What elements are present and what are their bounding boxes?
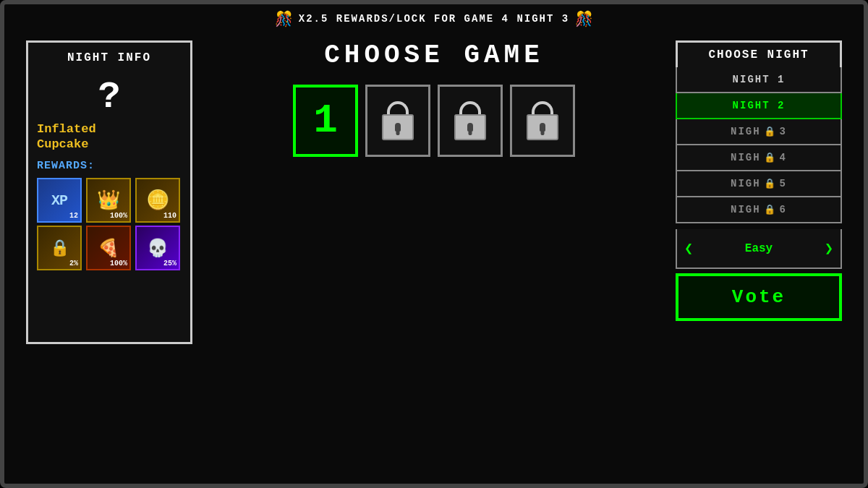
- night-info-panel: NIGHT INFO ? Inflated Cupcake REWARDS: X…: [26, 40, 192, 344]
- night-6-lock-icon: 🔒: [764, 204, 777, 215]
- night-2-label: NIGHT 2: [733, 100, 786, 111]
- difficulty-right-arrow[interactable]: ❯: [825, 239, 833, 257]
- coin-icon: 🪙: [146, 189, 169, 212]
- confetti-left-icon: 🎊: [275, 10, 293, 28]
- skull-icon: 💀: [147, 238, 169, 259]
- difficulty-left-arrow[interactable]: ❮: [684, 239, 693, 257]
- difficulty-row: ❮ Easy ❯: [676, 229, 842, 269]
- reward-pizza: 🍕 100%: [86, 226, 131, 270]
- game-card-4-lock: [527, 101, 558, 140]
- pizza-icon: 🍕: [98, 238, 119, 259]
- night-1-button[interactable]: NIGHT 1: [676, 67, 842, 93]
- night-4-num: 4: [780, 152, 787, 163]
- night-info-title: NIGHT INFO: [37, 51, 182, 64]
- choose-night-panel: CHOOSE NIGHT NIGHT 1 NIGHT 2 NIGH 🔒 3 NI…: [676, 40, 842, 321]
- center-panel: CHOOSE GAME 1: [207, 40, 661, 157]
- choose-game-title: CHOOSE GAME: [324, 40, 544, 70]
- night-3-button[interactable]: NIGH 🔒 3: [676, 119, 842, 145]
- night-3-num: 3: [780, 126, 787, 137]
- choose-night-title: CHOOSE NIGHT: [676, 40, 842, 67]
- reward-skull: 💀 25%: [135, 226, 180, 270]
- night-6-text: NIGH: [731, 204, 761, 215]
- character-question-mark: ?: [98, 76, 120, 119]
- top-banner-text: X2.5 REWARDS/LOCK FOR GAME 4 NIGHT 3: [299, 13, 569, 25]
- character-name: Inflated: [37, 122, 182, 136]
- night-4-lock-icon: 🔒: [764, 152, 777, 163]
- difficulty-text: Easy: [745, 242, 773, 255]
- main-frame: 🎊 X2.5 REWARDS/LOCK FOR GAME 4 NIGHT 3 🎊…: [0, 0, 868, 488]
- top-banner: 🎊 X2.5 REWARDS/LOCK FOR GAME 4 NIGHT 3 🎊: [4, 4, 864, 33]
- game-card-1-number: 1: [313, 98, 338, 144]
- rewards-grid: XP 12 👑 100% 🪙 110: [37, 178, 182, 270]
- reward-coin: 🪙 110: [135, 178, 180, 223]
- vote-button[interactable]: Vote: [676, 273, 842, 321]
- night-3-text: NIGH: [731, 126, 761, 137]
- game-card-4[interactable]: [510, 85, 575, 157]
- pizza-value: 100%: [110, 260, 127, 267]
- game-card-2-lock: [382, 101, 414, 140]
- game-card-1[interactable]: 1: [293, 85, 358, 157]
- night-3-lock-icon: 🔒: [764, 126, 777, 137]
- confetti-right-icon: 🎊: [575, 10, 593, 28]
- game-card-3[interactable]: [438, 85, 503, 157]
- game-card-3-lock: [454, 101, 486, 140]
- night-5-num: 5: [780, 178, 787, 189]
- crown-value: 100%: [110, 212, 127, 220]
- night-5-button[interactable]: NIGH 🔒 5: [676, 171, 842, 197]
- character-icon-area: ?: [37, 72, 182, 122]
- xp-value: 12: [69, 212, 78, 220]
- game-cards-row: 1: [293, 85, 575, 157]
- night-6-button[interactable]: NIGH 🔒 6: [676, 197, 842, 223]
- lock-reward-value: 2%: [69, 260, 78, 267]
- crown-icon: 👑: [97, 189, 120, 212]
- lock-reward-icon: 🔒: [50, 239, 69, 258]
- coin-value: 110: [163, 212, 176, 220]
- night-1-label: NIGHT 1: [733, 74, 786, 85]
- main-content: NIGHT INFO ? Inflated Cupcake REWARDS: X…: [4, 33, 864, 484]
- xp-icon: XP: [51, 192, 67, 209]
- game-card-2[interactable]: [365, 85, 430, 157]
- night-2-button[interactable]: NIGHT 2: [676, 93, 842, 119]
- night-5-text: NIGH: [731, 178, 761, 189]
- reward-lock-item: 🔒 2%: [37, 226, 82, 270]
- skull-value: 25%: [163, 260, 176, 267]
- night-4-button[interactable]: NIGH 🔒 4: [676, 145, 842, 171]
- night-6-num: 6: [780, 204, 787, 215]
- night-5-lock-icon: 🔒: [764, 178, 777, 189]
- reward-crown: 👑 100%: [86, 178, 131, 223]
- character-subname: Cupcake: [37, 137, 182, 151]
- reward-xp: XP 12: [37, 178, 82, 223]
- night-4-text: NIGH: [731, 152, 761, 163]
- rewards-label: REWARDS:: [37, 160, 182, 172]
